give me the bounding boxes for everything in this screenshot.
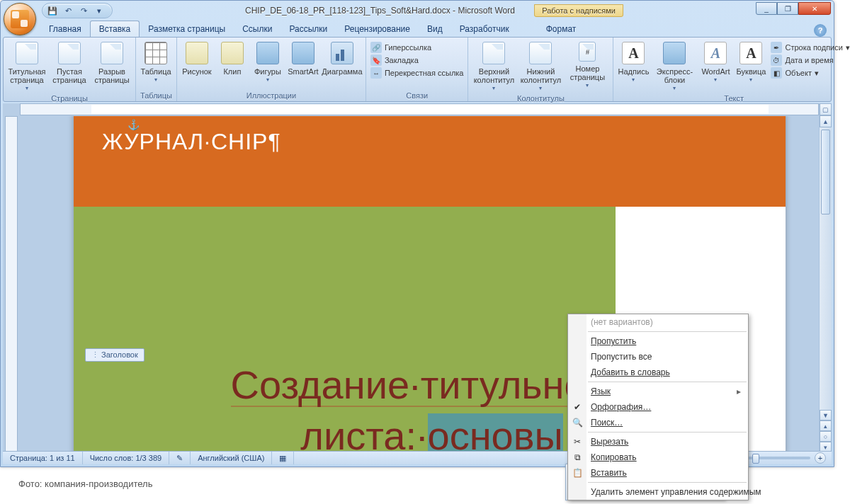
tab-references[interactable]: Ссылки	[234, 21, 280, 37]
ctx-ignore-all[interactable]: Пропустить все	[568, 349, 748, 365]
ctx-spelling[interactable]: ✔Орфография…	[568, 399, 748, 415]
prev-page-button[interactable]: ▴	[820, 420, 832, 431]
tab-home[interactable]: Главная	[40, 21, 90, 37]
ctx-copy[interactable]: ⧉Копировать	[568, 449, 748, 465]
ctx-delete-content-control[interactable]: Удалить элемент управления содержимым	[568, 484, 748, 500]
shapes-button[interactable]: Фигуры▾	[252, 40, 283, 84]
context-menu: (нет вариантов) Пропустить Пропустить вс…	[567, 314, 749, 500]
app-window: 💾 ↶ ↷ ▾ CHIP_DE_06-18_PR_[118-123]_Tips_…	[0, 0, 834, 467]
cover-page-button[interactable]: Титульнаястраница▾	[8, 40, 46, 93]
anchor-icon: ⚓	[128, 119, 140, 130]
proofing-icon: ✎	[176, 454, 183, 463]
ctx-ignore[interactable]: Пропустить	[568, 333, 748, 349]
header-button[interactable]: Верхнийколонтитул▾	[472, 40, 515, 93]
zoom-slider[interactable]	[742, 457, 810, 459]
minimize-button[interactable]: _	[756, 2, 777, 15]
ribbon: Титульнаястраница▾ Пустаястраница Разрыв…	[3, 37, 832, 102]
vertical-ruler[interactable]	[5, 116, 18, 452]
status-proofing[interactable]: ✎	[169, 452, 191, 464]
group-pages-label: Страницы	[8, 93, 131, 103]
magazine-title[interactable]: ЖУРНАЛ·CHIP¶	[102, 129, 786, 155]
blank-page-button[interactable]: Пустаястраница	[50, 40, 89, 84]
group-header-footer: Верхнийколонтитул▾ Нижнийколонтитул▾ #Но…	[468, 38, 613, 101]
spellcheck-icon: ✔	[571, 401, 584, 413]
zoom-in-button[interactable]: +	[815, 452, 826, 464]
title-bar: 💾 ↶ ↷ ▾ CHIP_DE_06-18_PR_[118-123]_Tips_…	[1, 1, 834, 21]
group-tables: Таблица▾ Таблицы	[136, 38, 177, 101]
group-pages: Титульнаястраница▾ Пустаястраница Разрыв…	[4, 38, 136, 101]
save-icon[interactable]: 💾	[47, 5, 58, 16]
ctx-find[interactable]: 🔍Поиск…	[568, 415, 748, 430]
cover-orange-band: ⚓ ЖУРНАЛ·CHIP¶	[74, 116, 786, 207]
scroll-down-button[interactable]: ▼	[820, 410, 832, 420]
signature-line-button[interactable]: ✒Строка подписи ▾	[771, 42, 849, 53]
ruler-toggle[interactable]: ▢	[820, 103, 832, 115]
object-button[interactable]: ◧Объект ▾	[771, 67, 849, 79]
window-buttons: _ ❐ ✕	[756, 2, 831, 15]
textbox-button[interactable]: AНадпись▾	[618, 40, 649, 84]
quickparts-button[interactable]: Экспресс-блоки▾	[653, 40, 696, 93]
group-links: 🔗Гиперссылка 🔖Закладка ↔Перекрестная ссы…	[366, 38, 469, 101]
cut-icon: ✂	[571, 436, 584, 447]
tab-mailings[interactable]: Рассылки	[280, 21, 336, 37]
group-text-label: Текст	[618, 93, 849, 103]
footer-button[interactable]: Нижнийколонтитул▾	[519, 40, 562, 93]
search-icon: 🔍	[571, 417, 584, 428]
copy-icon: ⧉	[571, 452, 584, 463]
bookmark-button[interactable]: 🔖Закладка	[370, 55, 464, 66]
image-caption: Фото: компания-производитель	[18, 479, 152, 489]
date-time-button[interactable]: ⏱Дата и время	[771, 55, 849, 66]
close-button[interactable]: ✕	[798, 2, 831, 15]
ctx-add-dictionary[interactable]: Добавить в словарь	[568, 365, 748, 380]
crossref-button[interactable]: ↔Перекрестная ссылка	[370, 67, 464, 79]
ribbon-tabs: Главная Вставка Разметка страницы Ссылки…	[1, 21, 834, 37]
vertical-scrollbar[interactable]: ▢ ▲ ▼ ▴ ○ ▾	[819, 103, 832, 452]
status-macro[interactable]: ▦	[272, 452, 294, 464]
dropcap-button[interactable]: AБуквица▾	[735, 40, 766, 84]
quick-access-toolbar: 💾 ↶ ↷ ▾	[42, 3, 113, 18]
group-illustrations: Рисунок Клип Фигуры▾ SmartArt Диаграмма …	[177, 38, 366, 101]
help-icon[interactable]: ?	[814, 24, 827, 37]
ctx-language[interactable]: Язык▸	[568, 384, 748, 399]
smartart-button[interactable]: SmartArt	[288, 40, 319, 76]
tab-review[interactable]: Рецензирование	[336, 21, 419, 37]
group-illustrations-label: Иллюстрации	[181, 90, 361, 100]
undo-icon[interactable]: ↶	[62, 5, 74, 16]
maximize-button[interactable]: ❐	[777, 2, 798, 15]
ctx-no-suggestions: (нет вариантов)	[568, 314, 748, 330]
hyperlink-button[interactable]: 🔗Гиперссылка	[370, 42, 464, 53]
contextual-tab-label: Работа с надписями	[534, 4, 623, 17]
tab-insert[interactable]: Вставка	[90, 21, 140, 37]
ctx-cut[interactable]: ✂Вырезать	[568, 434, 748, 449]
page-number-button[interactable]: #Номерстраницы▾	[566, 40, 608, 90]
wordart-button[interactable]: AWordArt▾	[700, 40, 731, 84]
window-title: CHIP_DE_06-18_PR_[118-123]_Tips_Soft&Har…	[113, 6, 756, 16]
browse-object-button[interactable]: ○	[820, 431, 832, 442]
picture-button[interactable]: Рисунок	[181, 40, 212, 76]
horizontal-ruler[interactable]	[20, 103, 819, 115]
status-language[interactable]: Английский (США)	[191, 452, 272, 464]
tab-page-layout[interactable]: Разметка страницы	[140, 21, 234, 37]
page-break-button[interactable]: Разрывстраницы	[93, 40, 131, 84]
clipart-button[interactable]: Клип	[217, 40, 248, 76]
chart-button[interactable]: Диаграмма	[323, 40, 361, 76]
group-text: AНадпись▾ Экспресс-блоки▾ AWordArt▾ AБук…	[613, 38, 850, 101]
tab-format[interactable]: Формат	[538, 21, 585, 37]
qat-dropdown-icon[interactable]: ▾	[94, 5, 105, 16]
group-links-label: Связи	[370, 90, 464, 100]
tab-developer[interactable]: Разработчик	[451, 21, 518, 37]
group-hf-label: Колонтитулы	[472, 93, 608, 103]
scroll-thumb[interactable]	[821, 130, 830, 214]
redo-icon[interactable]: ↷	[78, 5, 89, 16]
paste-icon: 📋	[571, 467, 584, 479]
group-tables-label: Таблицы	[140, 90, 172, 100]
status-page[interactable]: Страница: 1 из 11	[3, 452, 83, 464]
office-button[interactable]	[4, 3, 36, 35]
table-button[interactable]: Таблица▾	[140, 40, 171, 84]
tab-view[interactable]: Вид	[419, 21, 451, 37]
ctx-paste[interactable]: 📋Вставить	[568, 465, 748, 481]
status-words[interactable]: Число слов: 1/3 389	[83, 452, 170, 464]
